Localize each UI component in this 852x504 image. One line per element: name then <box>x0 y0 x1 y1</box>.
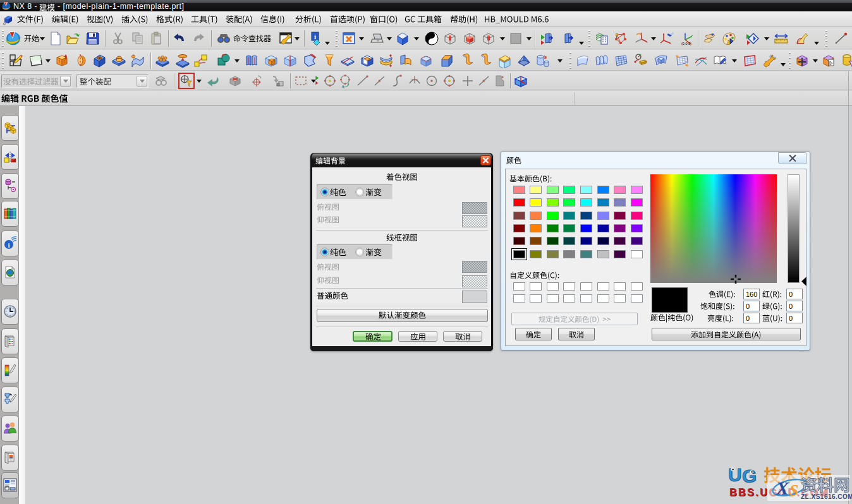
svg-text:G: G <box>742 465 757 486</box>
svg-text:S: S <box>789 481 798 500</box>
svg-text:U: U <box>728 464 742 485</box>
svg-text:i: i <box>8 241 9 249</box>
svg-text:X: X <box>776 477 789 498</box>
svg-text:(0,0,0): (0,0,0) <box>681 42 691 45</box>
svg-text:i: i <box>314 33 316 40</box>
